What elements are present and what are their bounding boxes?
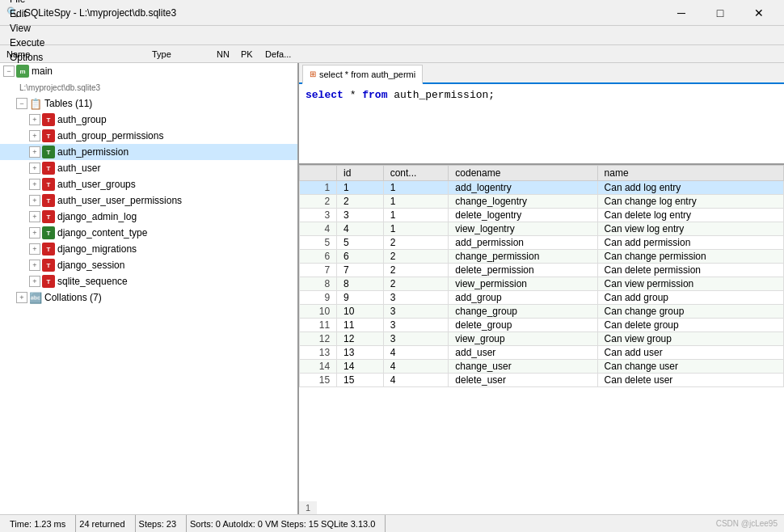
window-controls: ─ □ ✕ bbox=[663, 1, 778, 25]
menu-item-edit[interactable]: Edit bbox=[3, 6, 51, 21]
tree-item-auth_user[interactable]: +Tauth_user bbox=[0, 160, 297, 176]
tree-item-collations[interactable]: + 🔤 Collations (7) bbox=[0, 289, 297, 306]
sql-editor[interactable]: select * from auth_permission; bbox=[299, 84, 784, 165]
col-header-defa: Defa... bbox=[265, 49, 297, 59]
cell-codename: add_user bbox=[449, 346, 597, 360]
tree-item-auth_user_groups[interactable]: +Tauth_user_groups bbox=[0, 176, 297, 192]
status-steps: Steps: 23 bbox=[136, 515, 187, 532]
cell-id: 7 bbox=[337, 264, 384, 277]
tree-item-auth_permission[interactable]: +Tauth_permission bbox=[0, 144, 297, 160]
expand-main[interactable]: − bbox=[3, 65, 15, 77]
table-row[interactable]: 552add_permissionCan add permission bbox=[300, 236, 784, 250]
cell-cont: 1 bbox=[383, 209, 449, 222]
expand-tables[interactable]: − bbox=[16, 98, 27, 109]
tree-table-name-auth_user_user_permissions: auth_user_user_permissions bbox=[57, 195, 182, 206]
results-tbody: 111add_logentryCan add log entry221chang… bbox=[300, 181, 784, 387]
row-num: 6 bbox=[300, 250, 337, 264]
table-icon-auth_group: T bbox=[42, 113, 55, 126]
cell-cont: 2 bbox=[383, 277, 449, 291]
query-tab[interactable]: ⊞ select * from auth_permi bbox=[302, 65, 423, 84]
cell-codename: change_permission bbox=[449, 250, 597, 264]
table-row[interactable]: 14144change_userCan change user bbox=[300, 360, 784, 374]
tree-item-django_content_type[interactable]: +Tdjango_content_type bbox=[0, 225, 297, 241]
table-row[interactable]: 111add_logentryCan add log entry bbox=[300, 181, 784, 195]
col-header-cont[interactable]: cont... bbox=[383, 166, 449, 181]
expand-auth_user_groups[interactable]: + bbox=[29, 179, 40, 190]
sql-keyword-select: select bbox=[306, 89, 344, 101]
menu-item-view[interactable]: View bbox=[3, 21, 51, 36]
tree-item-tables[interactable]: − 📋 Tables (11) bbox=[0, 95, 297, 112]
expand-django_migrations[interactable]: + bbox=[29, 243, 40, 255]
tree-item-auth_user_user_permissions[interactable]: +Tauth_user_user_permissions bbox=[0, 192, 297, 209]
menu-item-execute[interactable]: Execute bbox=[3, 36, 51, 50]
cell-codename: change_group bbox=[449, 305, 597, 319]
expand-django_content_type[interactable]: + bbox=[29, 227, 40, 239]
expand-auth_group[interactable]: + bbox=[29, 114, 40, 125]
col-header-id[interactable]: id bbox=[337, 166, 384, 181]
tree-table-name-django_content_type: django_content_type bbox=[57, 227, 147, 239]
table-row[interactable]: 772delete_permissionCan delete permissio… bbox=[300, 264, 784, 277]
row-num: 10 bbox=[300, 305, 337, 319]
table-row[interactable]: 15154delete_userCan delete user bbox=[300, 374, 784, 387]
cell-name: Can add log entry bbox=[597, 181, 783, 195]
db-icon: m bbox=[16, 65, 29, 78]
table-row[interactable]: 882view_permissionCan view permission bbox=[300, 277, 784, 291]
menu-item-file[interactable]: File bbox=[3, 0, 51, 6]
expand-django_admin_log[interactable]: + bbox=[29, 211, 40, 222]
cell-id: 6 bbox=[337, 250, 384, 264]
left-panel-tree[interactable]: − m main L:\myproject\db.sqlite3 − 📋 Tab… bbox=[0, 63, 299, 514]
cell-id: 8 bbox=[337, 277, 384, 291]
sql-star: * bbox=[350, 89, 363, 101]
results-area[interactable]: id cont... codename name 111add_logentry… bbox=[299, 165, 784, 514]
table-row[interactable]: 11113delete_groupCan delete group bbox=[300, 319, 784, 332]
minimize-button[interactable]: ─ bbox=[663, 1, 700, 25]
expand-django_session[interactable]: + bbox=[29, 260, 40, 271]
tree-item-django_session[interactable]: +Tdjango_session bbox=[0, 257, 297, 273]
tree-item-auth_group_permissions[interactable]: +Tauth_group_permissions bbox=[0, 128, 297, 144]
tables-icon: 📋 bbox=[29, 97, 42, 110]
cell-name: Can change permission bbox=[597, 250, 783, 264]
maximize-button[interactable]: □ bbox=[702, 1, 739, 25]
tree-item-auth_group[interactable]: +Tauth_group bbox=[0, 112, 297, 128]
cell-cont: 3 bbox=[383, 305, 449, 319]
table-row[interactable]: 441view_logentryCan view log entry bbox=[300, 222, 784, 236]
col-header-codename[interactable]: codename bbox=[449, 166, 597, 181]
tree-item-django_admin_log[interactable]: +Tdjango_admin_log bbox=[0, 209, 297, 225]
cell-cont: 3 bbox=[383, 319, 449, 332]
close-button[interactable]: ✕ bbox=[740, 1, 778, 25]
tree-item-sqlite_sequence[interactable]: +Tsqlite_sequence bbox=[0, 273, 297, 289]
expand-auth_permission[interactable]: + bbox=[29, 146, 40, 158]
table-row[interactable]: 13134add_userCan add user bbox=[300, 346, 784, 360]
status-bar: Time: 1.23 ms 24 returned Steps: 23 Sort… bbox=[0, 514, 784, 532]
cell-cont: 1 bbox=[383, 222, 449, 236]
cell-name: Can view permission bbox=[597, 277, 783, 291]
cell-id: 2 bbox=[337, 195, 384, 209]
cell-name: Can change user bbox=[597, 360, 783, 374]
tree-item-main[interactable]: − m main bbox=[0, 63, 297, 79]
tree-table-name-auth_group: auth_group bbox=[57, 114, 107, 125]
expand-auth_user[interactable]: + bbox=[29, 163, 40, 174]
expand-sqlite_sequence[interactable]: + bbox=[29, 276, 40, 287]
expand-auth_user_user_permissions[interactable]: + bbox=[29, 195, 40, 206]
table-row[interactable]: 331delete_logentryCan delete log entry bbox=[300, 209, 784, 222]
table-row[interactable]: 993add_groupCan add group bbox=[300, 291, 784, 305]
cell-name: Can view log entry bbox=[597, 222, 783, 236]
title-text: SQLiteSpy - L:\myproject\db.sqlite3 bbox=[24, 7, 663, 19]
expand-collations[interactable]: + bbox=[16, 292, 27, 303]
table-row[interactable]: 10103change_groupCan change group bbox=[300, 305, 784, 319]
tree-table-name-auth_permission: auth_permission bbox=[57, 146, 129, 158]
tree-item-django_migrations[interactable]: +Tdjango_migrations bbox=[0, 241, 297, 257]
table-row[interactable]: 12123view_groupCan view group bbox=[300, 332, 784, 346]
table-icon-django_content_type: T bbox=[42, 226, 55, 239]
table-row[interactable]: 221change_logentryCan change log entry bbox=[300, 195, 784, 209]
col-header-name[interactable]: name bbox=[597, 166, 783, 181]
status-time: Time: 1.23 ms bbox=[6, 515, 76, 532]
results-table: id cont... codename name 111add_logentry… bbox=[299, 165, 784, 387]
expand-auth_group_permissions[interactable]: + bbox=[29, 130, 40, 141]
row-num: 4 bbox=[300, 222, 337, 236]
cell-name: Can delete log entry bbox=[597, 209, 783, 222]
table-row[interactable]: 662change_permissionCan change permissio… bbox=[300, 250, 784, 264]
cell-name: Can add permission bbox=[597, 236, 783, 250]
cell-codename: change_user bbox=[449, 360, 597, 374]
cell-id: 13 bbox=[337, 346, 384, 360]
